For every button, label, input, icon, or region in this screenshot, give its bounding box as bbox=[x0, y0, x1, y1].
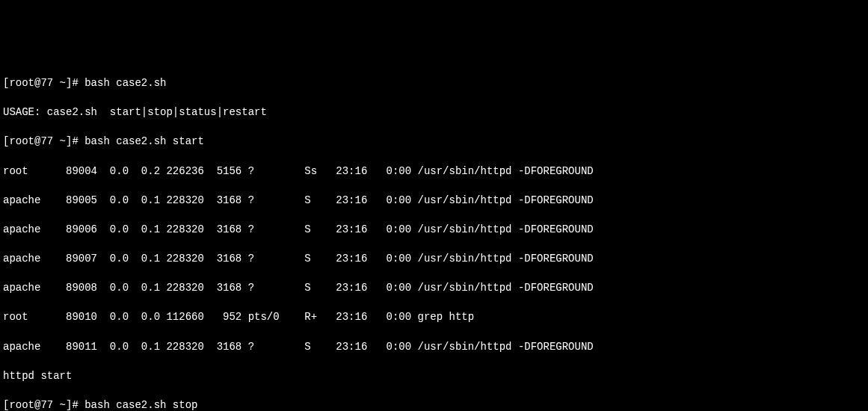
terminal-window[interactable]: [root@77 ~]# bash case2.sh USAGE: case2.… bbox=[3, 61, 865, 411]
prompt-line: [root@77 ~]# bash case2.sh stop bbox=[3, 398, 865, 411]
process-row: apache 89005 0.0 0.1 228320 3168 ? S 23:… bbox=[3, 194, 865, 208]
prompt-line: [root@77 ~]# bash case2.sh bbox=[3, 76, 865, 91]
process-row: apache 89011 0.0 0.1 228320 3168 ? S 23:… bbox=[3, 340, 865, 355]
process-row: root 89004 0.0 0.2 226236 5156 ? Ss 23:1… bbox=[3, 164, 865, 179]
process-row: apache 89008 0.0 0.1 228320 3168 ? S 23:… bbox=[3, 281, 865, 296]
usage-output: USAGE: case2.sh start|stop|status|restar… bbox=[3, 105, 865, 120]
output-line: httpd start bbox=[3, 369, 865, 384]
process-row: apache 89006 0.0 0.1 228320 3168 ? S 23:… bbox=[3, 223, 865, 238]
prompt-line: [root@77 ~]# bash case2.sh start bbox=[3, 135, 865, 149]
process-row: root 89010 0.0 0.0 112660 952 pts/0 R+ 2… bbox=[3, 310, 865, 325]
process-row: apache 89007 0.0 0.1 228320 3168 ? S 23:… bbox=[3, 252, 865, 267]
